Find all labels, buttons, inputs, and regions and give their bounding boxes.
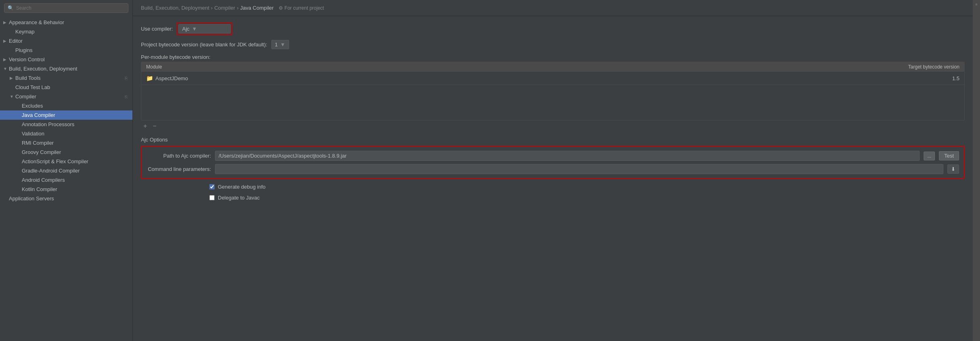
sidebar-item-label: Cloud Test Lab (15, 84, 50, 90)
generate-debug-label: Generate debug info (218, 184, 266, 190)
cmd-row: Command line parameters: ⬇ (147, 164, 959, 174)
sidebar-item-validation[interactable]: Validation (0, 129, 132, 138)
settings-inline-icon: ⚙ (279, 5, 283, 11)
ajc-options-box: Path to Ajc compiler: ... Test Command l… (141, 146, 965, 179)
sidebar-item-build-execution[interactable]: Build, Execution, Deployment (0, 64, 132, 73)
delegate-javac-row: Delegate to Javac (141, 195, 965, 201)
sidebar-item-groovy-compiler[interactable]: Groovy Compiler (0, 148, 132, 157)
sidebar-item-compiler[interactable]: Compiler ⎘ (0, 92, 132, 101)
path-row: Path to Ajc compiler: ... Test (147, 151, 959, 161)
generate-debug-checkbox[interactable] (209, 184, 215, 189)
breadcrumb-middle: Compiler (214, 5, 235, 11)
for-project-label: ⚙ For current project (279, 5, 324, 11)
sidebar-item-label: Annotation Processors (22, 121, 74, 127)
module-table: Module Target bytecode version 📁 AspectJ… (141, 62, 965, 121)
use-compiler-row: Use compiler: Ajc ▼ (141, 23, 965, 35)
sidebar-item-kotlin-compiler[interactable]: Kotlin Compiler (0, 185, 132, 194)
bytecode-version-row: Project bytecode version (leave blank fo… (141, 40, 965, 49)
bytecode-dropdown[interactable]: 1 ▼ (271, 40, 289, 49)
arrow-icon (3, 20, 7, 25)
per-module-section: Per-module bytecode version: Module Targ… (141, 54, 965, 132)
sidebar-item-label: Validation (22, 131, 44, 137)
table-actions: + − (141, 121, 965, 132)
sidebar-item-gradle-android-compiler[interactable]: Gradle-Android Compiler (0, 166, 132, 175)
delegate-javac-checkbox[interactable] (209, 195, 215, 200)
per-module-label: Per-module bytecode version: (141, 54, 965, 60)
sidebar-item-label: Build Tools (15, 75, 41, 81)
bytecode-label: Project bytecode version (leave blank fo… (141, 42, 267, 48)
sidebar-item-label: Plugins (15, 47, 33, 53)
sidebar-tree: Appearance & Behavior Keymap Editor Plug… (0, 16, 132, 341)
path-to-ajc-input[interactable] (215, 151, 920, 161)
copy-icon: ⎘ (125, 76, 128, 81)
sidebar-item-plugins[interactable]: Plugins (0, 46, 132, 55)
sidebar-item-label: Java Compiler (22, 112, 55, 118)
col-target-header: Target bytecode version (892, 62, 964, 72)
arrow-icon (3, 39, 7, 43)
table-body: 📁 AspectJDemo 1.5 (141, 72, 964, 120)
content-area: Use compiler: Ajc ▼ Project bytecode ver… (133, 16, 973, 341)
col-module-header: Module (141, 62, 892, 72)
sidebar-item-label: Gradle-Android Compiler (22, 168, 80, 174)
settings-sidebar: 🔍 Appearance & Behavior Keymap Editor Pl… (0, 0, 133, 341)
breadcrumb-sep1: › (211, 5, 213, 11)
breadcrumb-part1: Build, Execution, Deployment (141, 5, 209, 11)
sidebar-item-excludes[interactable]: Excludes (0, 101, 132, 110)
sidebar-item-label: Editor (9, 38, 23, 44)
cmd-expand-button[interactable]: ⬇ (947, 164, 959, 174)
sidebar-item-label: Kotlin Compiler (22, 186, 57, 192)
sidebar-item-label: Android Compilers (22, 177, 65, 183)
folder-icon: 📁 (146, 75, 153, 81)
sidebar-item-actionscript-compiler[interactable]: ActionScript & Flex Compiler (0, 157, 132, 166)
search-box[interactable]: 🔍 (4, 3, 128, 13)
table-row[interactable]: 📁 AspectJDemo 1.5 (141, 72, 964, 85)
sidebar-item-label: RMI Compiler (22, 140, 54, 146)
test-button[interactable]: Test (939, 151, 959, 160)
add-module-button[interactable]: + (141, 122, 149, 130)
generate-debug-row: Generate debug info (141, 184, 965, 190)
sidebar-item-android-compilers[interactable]: Android Compilers (0, 175, 132, 185)
browse-button[interactable]: ... (924, 152, 935, 160)
cmd-params-label: Command line parameters: (147, 166, 211, 172)
search-input[interactable] (16, 5, 125, 11)
copy-icon: ⎘ (125, 94, 128, 99)
arrow-icon (10, 94, 14, 99)
module-name: AspectJDemo (155, 75, 188, 81)
table-cell-module: 📁 AspectJDemo (141, 73, 892, 83)
sidebar-item-rmi-compiler[interactable]: RMI Compiler (0, 138, 132, 148)
compiler-select-value: Ajc (182, 26, 189, 32)
arrow-icon (3, 67, 7, 71)
side-panel: ≡ (973, 0, 980, 341)
search-icon: 🔍 (8, 5, 14, 11)
breadcrumb-sep2: › (237, 5, 238, 11)
table-cell-target: 1.5 (892, 74, 964, 83)
sidebar-item-annotation-processors[interactable]: Annotation Processors (0, 120, 132, 129)
sidebar-item-keymap[interactable]: Keymap (0, 27, 132, 36)
sidebar-item-label: ActionScript & Flex Compiler (22, 158, 88, 164)
cmd-params-input[interactable] (215, 164, 943, 174)
dropdown-arrow-icon: ▼ (192, 26, 197, 32)
sidebar-item-label: Keymap (15, 29, 35, 35)
breadcrumb: Build, Execution, Deployment › Compiler … (133, 0, 973, 16)
sidebar-item-label: Excludes (22, 103, 43, 109)
bytecode-value: 1 (275, 42, 278, 48)
remove-module-button[interactable]: − (150, 122, 159, 130)
sidebar-item-appearance[interactable]: Appearance & Behavior (0, 18, 132, 27)
compiler-select[interactable]: Ajc ▼ (178, 24, 231, 33)
sidebar-item-application-servers[interactable]: Application Servers (0, 194, 132, 203)
arrow-icon (3, 57, 7, 62)
sidebar-item-label: Groovy Compiler (22, 149, 61, 155)
sidebar-item-java-compiler[interactable]: Java Compiler (0, 110, 132, 120)
sidebar-item-editor[interactable]: Editor (0, 36, 132, 46)
sidebar-item-label: Appearance & Behavior (9, 19, 64, 25)
arrow-icon (10, 76, 14, 80)
sidebar-item-version-control[interactable]: Version Control (0, 55, 132, 64)
use-compiler-label: Use compiler: (141, 26, 173, 32)
sidebar-item-cloud-test-lab[interactable]: Cloud Test Lab (0, 83, 132, 92)
sidebar-item-build-tools[interactable]: Build Tools ⎘ (0, 73, 132, 83)
breadcrumb-current: Java Compiler (240, 5, 274, 11)
sidebar-item-label: Application Servers (9, 195, 54, 202)
path-to-ajc-label: Path to Ajc compiler: (147, 153, 211, 159)
ajc-options-section: Ajc Options Path to Ajc compiler: ... Te… (141, 137, 965, 179)
table-header: Module Target bytecode version (141, 62, 964, 72)
